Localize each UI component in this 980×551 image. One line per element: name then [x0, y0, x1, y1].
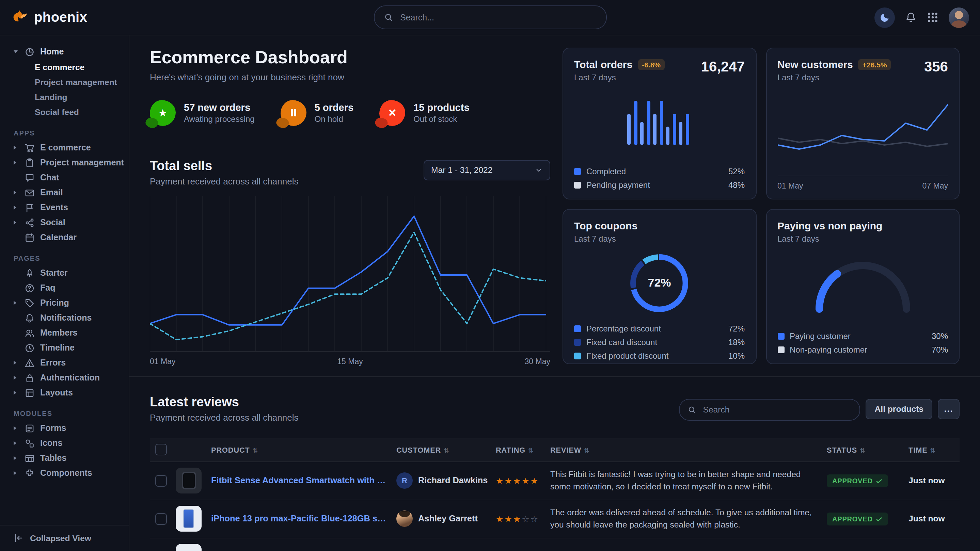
row-checkbox[interactable]: [155, 513, 167, 525]
row-checkbox[interactable]: [155, 475, 167, 487]
select-all-checkbox[interactable]: [155, 444, 167, 456]
coupons-legend: Percentage discount 72% Fixed card disco…: [574, 324, 745, 361]
smartwatch-image: [181, 472, 196, 490]
column-product[interactable]: PRODUCT: [211, 446, 396, 454]
sidebar-item-errors[interactable]: Errors: [0, 355, 129, 370]
legend-swatch: [574, 339, 581, 346]
apps-menu-button[interactable]: [927, 11, 939, 23]
review-row: iPhone 13 pro max-Pacific Blue-128GB sto…: [150, 500, 959, 538]
rocket-icon: [24, 268, 35, 278]
clipboard-icon: [24, 157, 35, 168]
search-icon: [384, 13, 393, 22]
sidebar-item-members[interactable]: Members: [0, 326, 129, 340]
reviews-search[interactable]: [679, 399, 861, 421]
sidebar-item-social[interactable]: Social: [0, 215, 129, 230]
total-sells-chart: 01 May 15 May 30 May: [150, 196, 550, 365]
new-customers-line-chart: [777, 92, 948, 168]
sidebar-subitem-project-management[interactable]: Project management: [0, 75, 129, 90]
column-customer[interactable]: CUSTOMER: [396, 446, 496, 454]
collapse-view-button[interactable]: Collapsed View: [0, 524, 129, 551]
customer-avatar[interactable]: R: [396, 473, 413, 489]
review-text: This Fitbit is fantastic! I was trying t…: [550, 468, 827, 494]
product-thumbnail[interactable]: [176, 468, 202, 494]
column-review[interactable]: REVIEW: [550, 446, 827, 454]
total-orders-card: Total orders -6.8% Last 7 days 16,247 Co…: [563, 48, 756, 199]
phoenix-logo-icon: [11, 8, 29, 26]
product-thumbnail[interactable]: [176, 544, 202, 551]
caret-right-icon: [14, 456, 19, 460]
sidebar-subitem-social-feed[interactable]: Social feed: [0, 105, 129, 120]
sidebar-nav: Home E commerce Project management Landi…: [0, 35, 129, 481]
sidebar-item-layouts[interactable]: Layouts: [0, 385, 129, 400]
sidebar-subitem-ecommerce[interactable]: E commerce: [0, 60, 129, 75]
chat-bubble-icon: [24, 173, 35, 183]
paying-vs-nonpaying-card: Paying vs non paying Last 7 days Paying …: [766, 209, 959, 364]
reviews-controls: All products ...: [679, 399, 959, 421]
global-search-input[interactable]: [399, 12, 596, 23]
caret-right-icon: [14, 471, 19, 475]
product-link[interactable]: Fitbit Sense Advanced Smartwatch with To…: [211, 476, 396, 486]
sidebar-item-components[interactable]: Components: [0, 465, 129, 481]
card-period: Last 7 days: [777, 73, 891, 83]
date-range-select[interactable]: Mar 1 - 31, 2022: [423, 160, 550, 180]
apps-grid-icon: [927, 11, 939, 23]
theme-toggle-button[interactable]: [875, 7, 895, 27]
more-options-button[interactable]: ...: [938, 399, 959, 419]
sidebar-item-icons[interactable]: Icons: [0, 436, 129, 451]
sidebar-item-events[interactable]: Events: [0, 200, 129, 215]
sidebar-item-home[interactable]: Home: [0, 44, 129, 60]
column-status[interactable]: STATUS: [827, 446, 908, 454]
cross-icon: [379, 100, 405, 126]
review-row-partial: [150, 538, 959, 551]
bell-icon: [905, 11, 917, 23]
shapes-icon: [24, 438, 35, 448]
caret-right-icon: [14, 426, 19, 430]
sidebar-item-forms[interactable]: Forms: [0, 421, 129, 436]
sidebar-subitem-landing[interactable]: Landing: [0, 90, 129, 105]
product-thumbnail[interactable]: [176, 506, 202, 532]
caret-right-icon: [14, 206, 19, 210]
legend-swatch: [574, 182, 581, 189]
sidebar-item-authentication[interactable]: Authentication: [0, 370, 129, 385]
sidebar-item-chat[interactable]: Chat: [0, 170, 129, 185]
sidebar-item-email[interactable]: Email: [0, 185, 129, 200]
notifications-button[interactable]: [905, 11, 917, 23]
sidebar-item-starter[interactable]: Starter: [0, 265, 129, 280]
status-cell: APPROVED: [827, 474, 908, 488]
sidebar-item-notifications[interactable]: Notifications: [0, 310, 129, 326]
sidebar-item-ecommerce-app[interactable]: E commerce: [0, 140, 129, 155]
reviews-table: PRODUCT CUSTOMER RATING REVIEW STATUS TI…: [150, 438, 959, 551]
check-icon: [876, 516, 883, 523]
donut-center-label: 72%: [627, 251, 692, 316]
sidebar-item-faq[interactable]: Faq: [0, 280, 129, 295]
caret-right-icon: [14, 376, 19, 380]
lock-icon: [24, 373, 35, 383]
user-avatar[interactable]: [949, 7, 969, 27]
share-nodes-icon: [24, 218, 35, 228]
legend-item: Fixed card discount 18%: [574, 338, 745, 347]
calendar-icon: [24, 232, 35, 243]
sidebar-item-project-management-app[interactable]: Project management: [0, 155, 129, 170]
sidebar-item-timeline[interactable]: Timeline: [0, 340, 129, 355]
star-icon: [150, 100, 176, 126]
column-time[interactable]: TIME: [908, 446, 959, 454]
customer-avatar[interactable]: [396, 511, 413, 527]
question-circle-icon: [24, 283, 35, 293]
caret-right-icon: [14, 191, 19, 195]
all-products-button[interactable]: All products: [866, 399, 932, 419]
legend-item: Completed 52%: [574, 167, 745, 176]
sidebar-item-calendar[interactable]: Calendar: [0, 230, 129, 245]
sidebar-item-pricing[interactable]: Pricing: [0, 295, 129, 310]
global-search[interactable]: [374, 5, 606, 29]
sort-icon: [253, 446, 258, 454]
status-badge: APPROVED: [827, 513, 888, 526]
new-customers-card: New customers +26.5% Last 7 days 356 01 …: [766, 48, 959, 199]
product-link[interactable]: iPhone 13 pro max-Pacific Blue-128GB sto…: [211, 514, 396, 524]
table-grid-icon: [24, 453, 35, 463]
sort-icon: [930, 446, 936, 454]
sidebar-item-tables[interactable]: Tables: [0, 451, 129, 465]
reviews-search-input[interactable]: [702, 404, 852, 415]
column-rating[interactable]: RATING: [496, 446, 550, 454]
status-cell: APPROVED: [827, 512, 908, 526]
brand[interactable]: phoenix: [11, 8, 87, 26]
